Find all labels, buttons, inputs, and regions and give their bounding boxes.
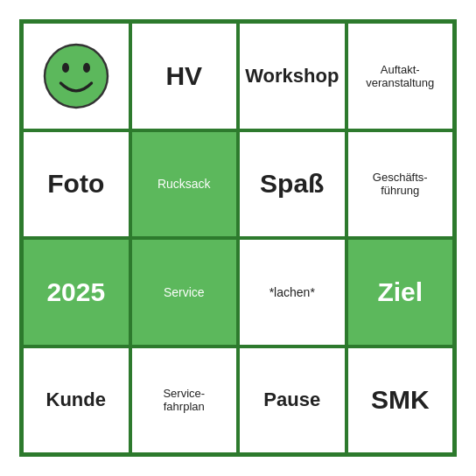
cell-workshop: Workshop [238,22,346,130]
cell-service: Service [130,238,239,346]
svg-point-1 [62,63,69,73]
cell-lachen: *lachen* [238,238,346,346]
cell-pause: Pause [238,346,346,455]
cell-geschaeftsfuehrung: Geschäfts-führung [346,130,455,239]
cell-rucksack: Rucksack [130,130,239,239]
cell-smiley [22,22,130,130]
cell-spass: Spaß [238,130,346,239]
cell-ziel: Ziel [346,238,455,346]
smiley-icon [41,41,111,111]
cell-2025: 2025 [22,238,130,346]
cell-hv: HV [130,22,239,130]
cell-auftakt: Auftakt-veranstaltung [346,22,455,130]
cell-smk: SMK [346,346,455,455]
svg-point-2 [83,63,90,73]
cell-servicefahrplan: Service-fahrplan [130,346,239,455]
svg-point-0 [45,45,108,108]
bingo-board: HV Workshop Auftakt-veranstaltung Foto R… [19,19,457,457]
cell-foto: Foto [22,130,130,239]
cell-kunde: Kunde [22,346,130,455]
